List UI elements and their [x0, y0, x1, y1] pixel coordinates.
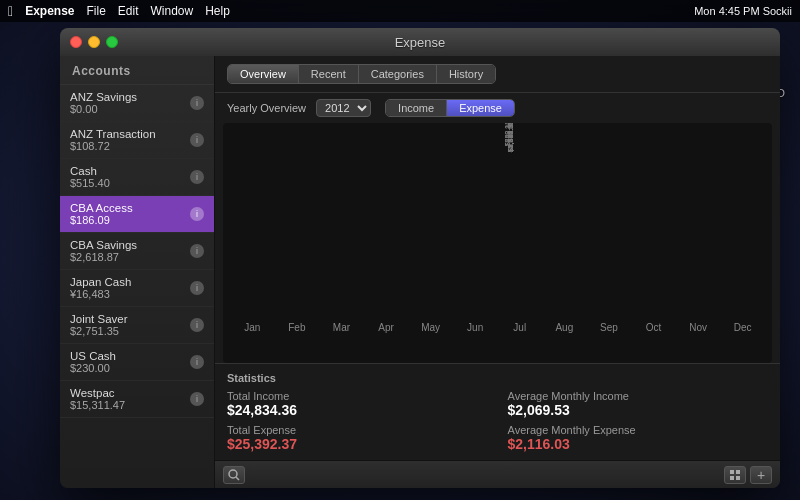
bar-col-oct: $5,230.11Oct [632, 133, 675, 333]
account-balance: $15,311.47 [70, 399, 125, 411]
maximize-button[interactable] [106, 36, 118, 48]
info-icon[interactable]: i [190, 355, 204, 369]
account-name: ANZ Transaction [70, 128, 156, 140]
menu-help[interactable]: Help [205, 4, 230, 18]
year-select[interactable]: 2012 2011 2010 [316, 99, 371, 117]
menu-file[interactable]: File [86, 4, 105, 18]
menu-window[interactable]: Window [151, 4, 194, 18]
tab-group: Overview Recent Categories History [227, 64, 496, 84]
account-item-left: CBA Savings $2,618.87 [70, 239, 137, 263]
chart-bars-container: $1,313.35Jan$643.14Feb$758.91Mar$1,121.9… [231, 133, 764, 333]
bar-value-label: $2,382.23 [506, 123, 513, 152]
statistics-section: Statistics Total Income $24,834.36 Avera… [215, 363, 780, 460]
account-item-anztransaction[interactable]: ANZ Transaction $108.72 i [60, 122, 214, 159]
income-button[interactable]: Income [386, 100, 447, 116]
account-item-anzsavings[interactable]: ANZ Savings $0.00 i [60, 85, 214, 122]
bottom-bar: + [215, 460, 780, 488]
avg-monthly-income-value: $2,069.53 [508, 402, 769, 418]
account-name: Cash [70, 165, 110, 177]
account-item-left: US Cash $230.00 [70, 350, 116, 374]
account-item-left: ANZ Transaction $108.72 [70, 128, 156, 152]
account-balance: $2,751.35 [70, 325, 128, 337]
grid-button[interactable] [724, 466, 746, 484]
month-label-feb: Feb [288, 322, 305, 333]
statistics-title: Statistics [227, 372, 768, 384]
account-item-westpac[interactable]: Westpac $15,311.47 i [60, 381, 214, 418]
sidebar-header: Accounts [60, 56, 214, 85]
tabs-toolbar: Overview Recent Categories History [215, 56, 780, 93]
month-label-jul: Jul [513, 322, 526, 333]
info-icon[interactable]: i [190, 133, 204, 147]
account-item-cbasavings[interactable]: CBA Savings $2,618.87 i [60, 233, 214, 270]
tab-categories[interactable]: Categories [359, 65, 437, 83]
month-label-nov: Nov [689, 322, 707, 333]
account-name: Japan Cash [70, 276, 131, 288]
total-income-item: Total Income $24,834.36 [227, 390, 488, 418]
month-label-apr: Apr [378, 322, 394, 333]
info-icon[interactable]: i [190, 281, 204, 295]
account-item-japancash[interactable]: Japan Cash ¥16,483 i [60, 270, 214, 307]
account-item-cash[interactable]: Cash $515.40 i [60, 159, 214, 196]
account-balance: ¥16,483 [70, 288, 131, 300]
svg-rect-7 [730, 476, 734, 480]
tab-overview[interactable]: Overview [228, 65, 299, 83]
stats-grid: Total Income $24,834.36 Average Monthly … [227, 390, 768, 452]
add-button[interactable]: + [750, 466, 772, 484]
bar-col-dec: $2,382.23Dec [721, 133, 764, 333]
menubar-right: Mon 4:45 PM Sockii [694, 5, 792, 17]
close-button[interactable] [70, 36, 82, 48]
total-expense-value: $25,392.37 [227, 436, 488, 452]
bar-col-sep: $3,000.19Sep [588, 133, 631, 333]
clock-label: Mon 4:45 PM Sockii [694, 5, 792, 17]
apple-menu[interactable]:  [8, 3, 13, 19]
account-balance: $186.09 [70, 214, 133, 226]
month-label-mar: Mar [333, 322, 350, 333]
account-name: US Cash [70, 350, 116, 362]
sidebar: Accounts ANZ Savings $0.00 i ANZ Transac… [60, 56, 215, 488]
account-balance: $2,618.87 [70, 251, 137, 263]
search-button[interactable] [223, 466, 245, 484]
account-item-jointsaver[interactable]: Joint Saver $2,751.35 i [60, 307, 214, 344]
avg-monthly-expense-label: Average Monthly Expense [508, 424, 769, 436]
bar-col-mar: $758.91Mar [320, 133, 363, 333]
info-icon[interactable]: i [190, 244, 204, 258]
menubar-left:  Expense File Edit Window Help [8, 3, 230, 19]
account-item-left: CBA Access $186.09 [70, 202, 133, 226]
account-item-left: Cash $515.40 [70, 165, 110, 189]
tab-history[interactable]: History [437, 65, 495, 83]
account-item-left: Joint Saver $2,751.35 [70, 313, 128, 337]
account-item-left: ANZ Savings $0.00 [70, 91, 137, 115]
bar-col-feb: $643.14Feb [276, 133, 319, 333]
account-name: CBA Savings [70, 239, 137, 251]
bar-col-aug: $1,841.54Aug [543, 133, 586, 333]
account-item-left: Westpac $15,311.47 [70, 387, 125, 411]
info-icon[interactable]: i [190, 170, 204, 184]
total-expense-label: Total Expense [227, 424, 488, 436]
month-label-aug: Aug [555, 322, 573, 333]
income-expense-group: Income Expense [385, 99, 515, 117]
account-item-uscash[interactable]: US Cash $230.00 i [60, 344, 214, 381]
app-name[interactable]: Expense [25, 4, 74, 18]
bar-col-jul: $2,042.35Jul [498, 133, 541, 333]
svg-rect-8 [736, 476, 740, 480]
account-balance: $515.40 [70, 177, 110, 189]
bottom-right-buttons: + [724, 466, 772, 484]
svg-line-4 [236, 477, 239, 480]
main-content: Overview Recent Categories History Yearl… [215, 56, 780, 488]
window-body: Accounts ANZ Savings $0.00 i ANZ Transac… [60, 56, 780, 488]
tab-recent[interactable]: Recent [299, 65, 359, 83]
total-income-label: Total Income [227, 390, 488, 402]
svg-point-3 [229, 470, 237, 478]
info-icon[interactable]: i [190, 207, 204, 221]
bar-col-may: $880.11May [409, 133, 452, 333]
info-icon[interactable]: i [190, 318, 204, 332]
info-icon[interactable]: i [190, 392, 204, 406]
svg-rect-5 [730, 470, 734, 474]
bar-col-jan: $1,313.35Jan [231, 133, 274, 333]
account-item-cbaaccess[interactable]: CBA Access $186.09 i [60, 196, 214, 233]
expense-window: Expense Accounts ANZ Savings $0.00 i ANZ… [60, 28, 780, 488]
info-icon[interactable]: i [190, 96, 204, 110]
minimize-button[interactable] [88, 36, 100, 48]
menu-edit[interactable]: Edit [118, 4, 139, 18]
expense-button[interactable]: Expense [447, 100, 514, 116]
